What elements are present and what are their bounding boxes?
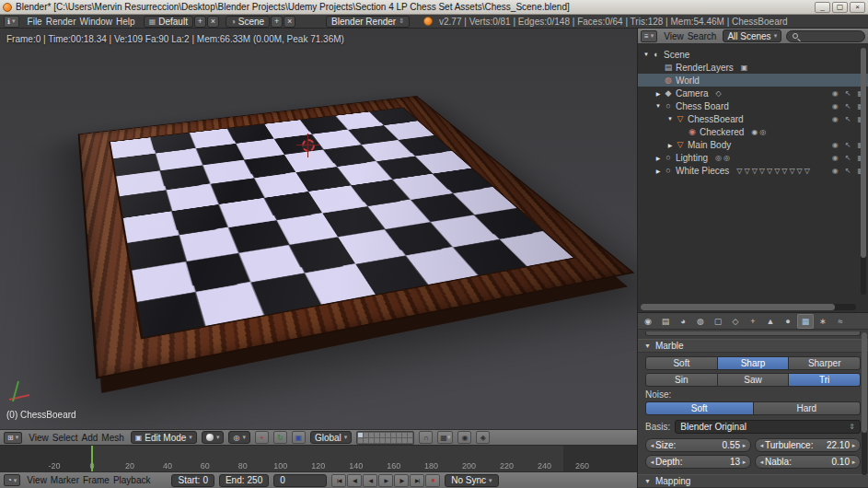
outliner-row-renderlayers[interactable]: ▤RenderLayers▣ [638,61,868,74]
info-menu-help[interactable]: Help [114,17,137,27]
play-reverse-button[interactable]: ◀ [363,474,377,487]
outliner-menu-view[interactable]: View [662,31,686,41]
maximize-button[interactable]: ▢ [832,2,848,13]
outliner-row-world[interactable]: ◍World [638,74,868,87]
properties-tab-render-layers[interactable]: ▤ [657,314,674,329]
properties-tab-scene[interactable]: ◕ [675,314,691,329]
properties-tab-material[interactable]: ● [780,314,796,329]
properties-vertical-scrollbar[interactable] [862,332,867,475]
editor-type-info-button[interactable]: ℹ ▾ [4,16,19,28]
layer-7[interactable] [391,433,396,437]
properties-tab-texture[interactable]: ▦ [797,314,814,329]
disclosure-closed-icon[interactable]: ▶ [654,90,663,97]
outliner-row-chessboeard[interactable]: ▼▽ChessBoeard◉↖▦ [638,112,868,125]
scrollbar-thumb[interactable] [862,332,867,433]
outliner-menu-search[interactable]: Search [686,31,719,41]
layer-4[interactable] [375,433,379,437]
layer-18[interactable] [397,438,401,443]
layer-16[interactable] [386,438,390,443]
marble-sharp-button[interactable]: Sharp [718,356,790,370]
3d-viewport[interactable]: Frame:0 | Time:00:18.34 | Ve:109 Fa:90 L… [0,29,637,429]
restrict-view-eye-icon[interactable]: ◉ [832,115,839,123]
add-layout-button[interactable]: + [194,16,206,28]
marble-panel-header[interactable]: ▼ Marble [638,339,868,353]
manipulator-scale-button[interactable]: ▣ [292,431,306,444]
restrict-select-cursor-icon[interactable]: ↖ [845,115,851,123]
editor-type-outliner-button[interactable]: ≡ ▾ [641,30,657,42]
end-frame-field[interactable]: End: 250 [219,474,269,487]
restrict-view-eye-icon[interactable]: ◉ [832,102,839,110]
increment-arrow-icon[interactable]: ▸ [851,442,857,449]
outliner-row-checkered[interactable]: ◉Checkered◉◎ [638,125,868,138]
restrict-view-eye-icon[interactable]: ◉ [832,154,839,162]
properties-tab-constraints[interactable]: ◇ [727,314,744,329]
minimize-button[interactable]: _ [815,2,830,13]
layer-5[interactable] [380,433,385,437]
restrict-view-eye-icon[interactable]: ◉ [832,167,839,175]
view3d-menu-select[interactable]: Select [51,433,80,443]
opengl-render-anim-button[interactable]: ◈ [476,431,490,444]
layer-6[interactable] [386,433,390,437]
properties-tab-object-data[interactable]: ▲ [762,314,779,329]
disclosure-open-icon[interactable]: ▼ [642,52,651,57]
view3d-menu-add[interactable]: Add [80,433,100,443]
timeline-menu-view[interactable]: View [25,475,49,485]
layers-widget[interactable] [356,431,414,445]
marble-wave-sin-button[interactable]: Sin [645,373,718,387]
outliner-row-chess-board[interactable]: ▼○Chess Board◉↖▦ [638,99,868,112]
disclosure-open-icon[interactable]: ▼ [665,116,675,122]
increment-arrow-icon[interactable]: ▸ [851,459,857,466]
restrict-view-eye-icon[interactable]: ◉ [832,141,839,149]
timeline-menu-frame[interactable]: Frame [81,475,111,485]
screen-layout-selector[interactable]: ▦ Default [144,16,193,28]
view3d-menu-mesh[interactable]: Mesh [99,433,125,443]
layer-19[interactable] [402,438,407,443]
info-menu-window[interactable]: Window [78,17,115,27]
layer-8[interactable] [397,433,401,437]
outliner-vertical-scrollbar[interactable] [861,48,866,295]
editor-type-3dview-button[interactable]: ⊞ ▾ [4,432,22,444]
turbulence-field[interactable]: ◂Turbulence:22.10▸ [755,438,861,452]
layer-14[interactable] [375,438,379,443]
restrict-select-cursor-icon[interactable]: ↖ [845,167,851,175]
layer-2[interactable] [364,433,368,437]
layer-3[interactable] [369,433,374,437]
layer-20[interactable] [408,438,412,443]
outliner-row-lighting[interactable]: ▶○Lighting◎◎◉↖▦ [638,151,868,164]
start-frame-field[interactable]: Start: 0 [171,474,214,487]
layer-1[interactable] [358,433,363,437]
scrollbar-thumb[interactable] [641,304,835,310]
timeline-menu-marker[interactable]: Marker [49,475,81,485]
sync-mode-dropdown[interactable]: No Sync ▾ [445,474,498,487]
size-field[interactable]: ◂Size:0.55▸ [645,438,751,452]
timeline-menu-playback[interactable]: Playback [111,475,153,485]
opengl-render-image-button[interactable]: ◉ [457,431,471,444]
close-button[interactable]: × [850,2,865,13]
jump-to-start-button[interactable]: |◀ [331,474,346,487]
mode-dropdown[interactable]: ▣ Edit Mode ▾ [131,431,197,444]
noise-soft-button[interactable]: Soft [645,401,754,415]
restrict-view-eye-icon[interactable]: ◉ [832,89,839,98]
transform-orientation-dropdown[interactable]: Global ▾ [310,431,352,444]
increment-arrow-icon[interactable]: ▸ [741,442,747,449]
layer-11[interactable] [358,438,363,443]
render-engine-dropdown[interactable]: Blender Render ⇕ [326,16,410,28]
mapping-panel-header[interactable]: ▼ Mapping [638,474,868,488]
properties-tab-modifiers[interactable]: + [745,314,761,329]
close-layout-button[interactable]: × [207,16,219,28]
restrict-select-cursor-icon[interactable]: ↖ [845,89,851,98]
increment-arrow-icon[interactable]: ▸ [741,459,747,466]
decrement-arrow-icon[interactable]: ◂ [649,442,655,449]
outliner-row-white-pieces[interactable]: ▶○White Pieces▽▽▽▽▽▽▽▽▽▽◉↖▦ [638,164,868,177]
play-button[interactable]: ▶ [378,474,393,487]
restrict-select-cursor-icon[interactable]: ↖ [845,102,851,110]
noise-basis-dropdown[interactable]: Blender Original ⇕ [675,420,861,434]
noise-hard-button[interactable]: Hard [754,401,862,415]
current-frame-field[interactable]: 0 [273,474,327,487]
layer-17[interactable] [391,438,396,443]
disclosure-closed-icon[interactable]: ▶ [654,168,663,174]
marble-wave-saw-button[interactable]: Saw [718,373,790,387]
layer-9[interactable] [402,433,407,437]
outliner-row-camera[interactable]: ▶◆Camera◇◉↖▦ [638,87,868,99]
marble-sharper-button[interactable]: Sharper [789,356,861,370]
